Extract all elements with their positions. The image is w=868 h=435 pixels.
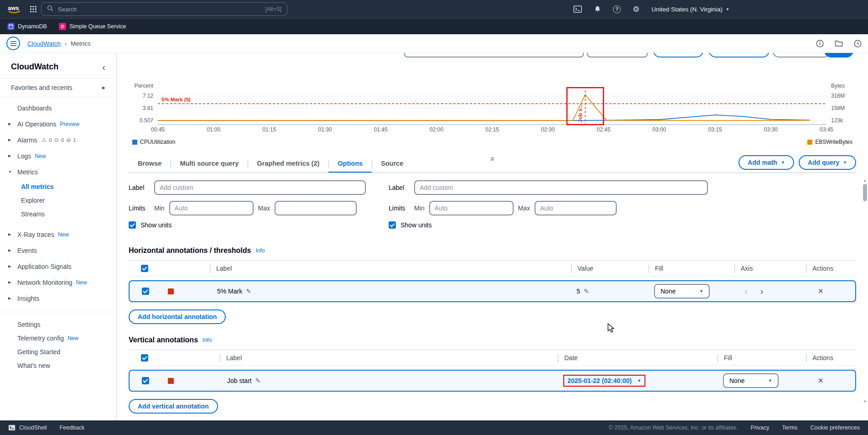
- sidebar-item-metrics[interactable]: ▼ Metrics: [0, 164, 116, 180]
- tab-browse[interactable]: Browse: [129, 155, 171, 173]
- select-all-checkbox[interactable]: [141, 265, 148, 272]
- right-max-input[interactable]: [535, 201, 617, 215]
- toolbar-button-cutoff[interactable]: [772, 53, 831, 58]
- breadcrumb-cloudwatch-link[interactable]: CloudWatch: [27, 40, 61, 47]
- add-vertical-annotation-button[interactable]: Add vertical annotation: [129, 399, 218, 414]
- delete-annotation-button[interactable]: ✕: [818, 377, 824, 385]
- sidebar-item-xray-traces[interactable]: ▶ X-Ray traces New: [0, 226, 116, 242]
- cloudshell-icon[interactable]: [573, 5, 582, 13]
- sidebar-item-dashboards[interactable]: Dashboards: [0, 100, 116, 116]
- notifications-bell-icon[interactable]: [594, 5, 601, 13]
- feedback-link[interactable]: Feedback: [59, 425, 84, 431]
- tab-options[interactable]: Options: [328, 155, 372, 173]
- right-label-input[interactable]: [414, 180, 708, 195]
- date-picker-button[interactable]: 2025-01-22 (02:40:00) ▼: [566, 376, 643, 385]
- toolbar-button-cutoff[interactable]: [653, 53, 703, 58]
- sidebar-favorites-toggle[interactable]: Favorites and recents ▶: [0, 79, 116, 97]
- right-show-units-checkbox[interactable]: [389, 221, 396, 229]
- search-input[interactable]: [57, 5, 261, 13]
- add-math-button[interactable]: Add math ▼: [738, 155, 794, 170]
- preview-badge[interactable]: Preview: [60, 121, 80, 127]
- legend-label: EBSWriteBytes: [815, 139, 852, 145]
- table-header: Label Date Fill Actions: [129, 350, 856, 366]
- favorite-sqs[interactable]: Simple Queue Service: [59, 23, 126, 30]
- add-query-button[interactable]: Add query ▼: [799, 155, 856, 170]
- new-badge[interactable]: New: [76, 279, 87, 286]
- select-all-checkbox[interactable]: [141, 354, 148, 362]
- edit-label-icon[interactable]: ✎: [246, 288, 251, 295]
- left-max-input[interactable]: [275, 201, 357, 215]
- sidebar-item-all-metrics[interactable]: All metrics: [0, 180, 116, 194]
- info-link[interactable]: Info: [203, 337, 212, 343]
- edit-label-icon[interactable]: ✎: [255, 377, 261, 384]
- add-horizontal-annotation-button[interactable]: Add horizontal annotation: [129, 309, 226, 324]
- edit-value-icon[interactable]: ✎: [584, 288, 589, 295]
- sidebar-item-network-monitoring[interactable]: ▶ Network Monitoring New: [0, 274, 116, 290]
- favorite-dynamodb[interactable]: DynamoDB: [7, 23, 47, 30]
- services-grid-icon[interactable]: [30, 6, 36, 12]
- horizontal-annotation-row[interactable]: 5% Mark ✎ 5 ✎ None ▼: [129, 280, 856, 302]
- topnav-right-group: ? ⚙ United States (N. Virginia) ▼: [573, 5, 729, 13]
- toolbar-button-cutoff[interactable]: [709, 53, 769, 58]
- side-menu-toggle[interactable]: [6, 37, 20, 50]
- left-show-units-checkbox[interactable]: [129, 221, 136, 229]
- legend-item-ebswritebytes[interactable]: EBSWriteBytes: [807, 139, 852, 145]
- row-checkbox[interactable]: [142, 288, 149, 295]
- sidebar-item-telemetry-config[interactable]: Telemetry config New: [0, 331, 116, 345]
- region-selector[interactable]: United States (N. Virginia) ▼: [651, 6, 729, 13]
- global-search[interactable]: [Alt+S]: [41, 2, 287, 16]
- sidebar-item-whats-new[interactable]: What's new: [0, 359, 116, 372]
- scroll-up-icon[interactable]: ▲: [863, 179, 867, 183]
- fill-select[interactable]: None ▼: [654, 284, 710, 299]
- sidebar-item-insights[interactable]: ▶ Insights: [0, 290, 116, 306]
- axis-right-button[interactable]: ›: [756, 287, 768, 296]
- cloudshell-footer-button[interactable]: CloudShell: [8, 425, 47, 431]
- label-column-header: Label: [220, 350, 558, 366]
- split-panel-drag-handle-icon[interactable]: ≡: [490, 155, 494, 162]
- annotation-color-swatch[interactable]: [168, 288, 174, 294]
- info-link[interactable]: Info: [255, 247, 265, 254]
- left-min-input[interactable]: [169, 201, 254, 215]
- time-range-segment-cutoff[interactable]: [587, 53, 648, 58]
- tab-multi-source-query[interactable]: Multi source query: [171, 155, 248, 173]
- scrollbar-thumb[interactable]: [863, 184, 867, 201]
- scroll-down-icon[interactable]: ▼: [863, 400, 867, 404]
- sidebar-item-getting-started[interactable]: Getting Started: [0, 345, 116, 359]
- help-icon[interactable]: ?: [613, 5, 621, 13]
- aws-logo-icon[interactable]: aws: [6, 4, 24, 15]
- sidebar-item-alarms[interactable]: ▶ Alarms ⚠0 ⊙0 ⊖1: [0, 132, 116, 148]
- sidebar-item-logs[interactable]: ▶ Logs New: [0, 148, 116, 164]
- row-checkbox[interactable]: [142, 377, 149, 384]
- sidebar-item-settings[interactable]: Settings: [0, 318, 116, 331]
- chart-canvas[interactable]: PercentBytes7.12316M3.81158M0.507123k00:…: [129, 81, 856, 135]
- tab-graphed-metrics[interactable]: Graphed metrics (2): [248, 155, 328, 173]
- toolbar-button-cutoff[interactable]: [824, 53, 853, 58]
- left-label-input[interactable]: [154, 180, 366, 195]
- history-clock-icon[interactable]: [854, 40, 862, 47]
- legend-item-cpuutilization[interactable]: CPUUtilization: [132, 139, 175, 145]
- privacy-link[interactable]: Privacy: [751, 425, 769, 431]
- sidebar-item-ai-operations[interactable]: ▶ AI Operations Preview: [0, 116, 116, 132]
- fill-select[interactable]: None ▼: [723, 373, 779, 388]
- sidebar-item-streams[interactable]: Streams: [0, 207, 116, 221]
- terms-link[interactable]: Terms: [782, 425, 798, 431]
- sidebar-item-events[interactable]: ▶ Events: [0, 242, 116, 258]
- new-badge[interactable]: New: [58, 231, 69, 238]
- cookie-preferences-link[interactable]: Cookie preferences: [811, 425, 860, 431]
- tab-source[interactable]: Source: [372, 155, 412, 173]
- settings-gear-icon[interactable]: ⚙: [633, 5, 639, 13]
- new-badge[interactable]: New: [35, 153, 46, 159]
- graph-title-input-cutoff[interactable]: [404, 53, 584, 58]
- sidebar-item-application-signals[interactable]: ▶ Application Signals: [0, 258, 116, 274]
- delete-annotation-button[interactable]: ✕: [818, 287, 824, 295]
- info-icon[interactable]: [816, 40, 824, 47]
- annotation-color-swatch[interactable]: [168, 378, 174, 384]
- sidebar-collapse-button[interactable]: ‹: [102, 63, 105, 72]
- axis-left-button[interactable]: ‹: [740, 287, 752, 296]
- new-badge[interactable]: New: [68, 335, 78, 341]
- vertical-annotation-row[interactable]: Job start ✎ 2025-01-22 (02:40:00) ▼: [129, 370, 856, 392]
- right-min-input[interactable]: [429, 201, 514, 215]
- sidebar-item-explorer[interactable]: Explorer: [0, 194, 116, 207]
- panel-scrollbar[interactable]: ▲ ▼: [862, 179, 868, 404]
- folder-icon[interactable]: [835, 40, 843, 47]
